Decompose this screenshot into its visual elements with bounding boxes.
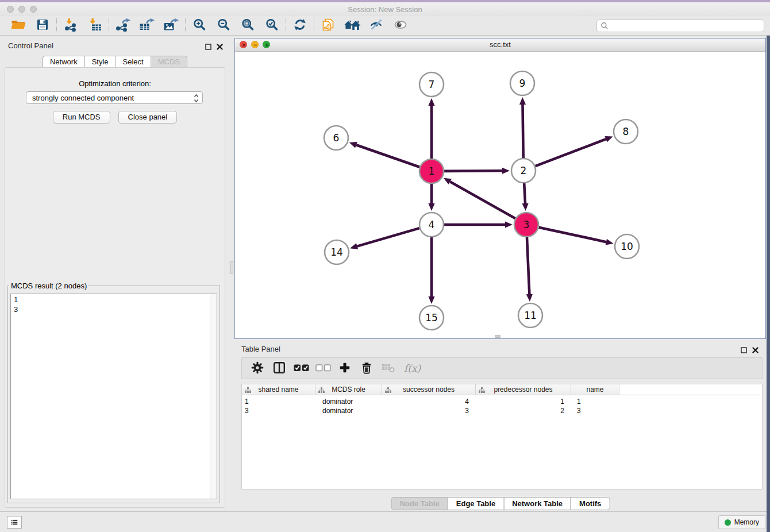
graph-edge-3-10[interactable] [538, 228, 613, 245]
graph-edge-1-4[interactable] [428, 184, 434, 211]
graph-node-9[interactable]: 9 [510, 71, 534, 95]
network-window-titlebar[interactable]: scc.txt [235, 38, 765, 52]
tab-select[interactable]: Select [116, 56, 151, 68]
graph-edge-2-3[interactable] [522, 183, 528, 211]
table-cell[interactable]: 4 [382, 398, 476, 406]
graph-edge-4-15[interactable] [428, 237, 434, 304]
delete-column-icon [361, 361, 372, 376]
table-row[interactable]: 1dominator411 [242, 397, 762, 406]
graph-node-label: 8 [623, 126, 629, 137]
graph-edge-2-8[interactable] [536, 136, 613, 166]
tab-mcds[interactable]: MCDS [151, 56, 187, 68]
memory-button[interactable]: Memory [718, 515, 765, 529]
graph-node-14[interactable]: 14 [325, 240, 349, 264]
graph-edge-3-1[interactable] [444, 178, 515, 218]
table-cell[interactable]: 1 [242, 398, 315, 406]
select-all-button[interactable] [290, 360, 312, 377]
graph-node-3[interactable]: 3 [514, 213, 538, 237]
graph-node-label: 4 [429, 219, 435, 230]
graph-edge-4-3[interactable] [444, 221, 513, 228]
open-session-button[interactable] [9, 18, 28, 34]
table-cell[interactable]: 1 [571, 398, 619, 406]
tab-node-table[interactable]: Node Table [391, 497, 448, 510]
task-history-button[interactable] [7, 516, 22, 529]
graph-node-4[interactable]: 4 [419, 213, 444, 237]
table-cell[interactable]: 2 [476, 407, 571, 415]
table-cell[interactable]: 1 [476, 398, 571, 406]
table-cell[interactable]: dominator [315, 407, 382, 415]
graph-edge-1-7[interactable] [428, 98, 434, 159]
graph-edge-1-2[interactable] [444, 168, 510, 174]
mcds-result-text[interactable]: 1 3 [10, 294, 217, 499]
zoom-out-button[interactable] [214, 18, 233, 34]
network-canvas[interactable]: 1234678910111415 [235, 51, 765, 338]
column-type-icon [385, 387, 391, 393]
tab-motifs[interactable]: Motifs [571, 497, 610, 510]
run-mcds-button[interactable]: Run MCDS [53, 111, 110, 124]
home-layout-button[interactable] [342, 18, 362, 34]
column-header-MCDS-role[interactable]: MCDS role [315, 384, 382, 395]
table-cell[interactable]: 3 [382, 407, 476, 415]
graph-node-2[interactable]: 2 [511, 159, 536, 183]
table-panel: Table Panel f(x) shared nameMCDS rolesuc… [234, 342, 767, 511]
splitter-grip[interactable] [230, 261, 233, 274]
copy-network-button[interactable] [318, 18, 338, 34]
close-table-panel-icon[interactable] [752, 345, 759, 356]
graph-node-15[interactable]: 15 [419, 306, 444, 330]
table-cell[interactable]: dominator [315, 398, 382, 406]
table-body: 1dominator4113dominator323 [242, 395, 762, 415]
zoom-fit-button[interactable] [238, 18, 257, 34]
import-network-button[interactable] [61, 18, 80, 34]
import-table-button[interactable] [85, 18, 105, 34]
graph-edge-2-9[interactable] [519, 97, 526, 158]
delete-column-button[interactable] [356, 360, 378, 377]
column-header-successor-nodes[interactable]: successor nodes [382, 384, 476, 395]
zoom-in-button[interactable] [190, 18, 209, 34]
float-table-panel-icon[interactable] [741, 345, 747, 356]
tab-style[interactable]: Style [84, 56, 116, 68]
table-cell[interactable]: 3 [242, 407, 315, 415]
tab-network-table[interactable]: Network Table [503, 497, 571, 510]
save-session-button[interactable] [33, 18, 52, 34]
close-panel-icon[interactable] [217, 42, 223, 52]
column-header-predecessor-nodes[interactable]: predecessor nodes [476, 384, 571, 395]
graph-edge-3-11[interactable] [526, 237, 533, 302]
graph-node-7[interactable]: 7 [419, 72, 444, 97]
tab-network[interactable]: Network [43, 56, 85, 68]
show-all-button[interactable] [391, 18, 410, 34]
table-cell[interactable]: 3 [571, 407, 619, 415]
function-builder-button[interactable]: f(x) [404, 363, 421, 374]
table-panel-title: Table Panel [241, 345, 280, 353]
split-view-button[interactable] [268, 360, 290, 377]
graph-node-10[interactable]: 10 [615, 234, 639, 259]
panel-splitter[interactable] [230, 36, 234, 511]
delete-table-button[interactable] [378, 360, 399, 377]
refresh-layout-button[interactable] [290, 18, 310, 34]
export-network-button[interactable] [113, 18, 133, 34]
criterion-select[interactable]: strongly connected component [26, 91, 203, 104]
search-input[interactable] [596, 20, 764, 32]
search-field-wrap [596, 20, 764, 32]
close-panel-button[interactable]: Close panel [118, 111, 178, 124]
network-window-title: scc.txt [235, 40, 765, 49]
column-header-name[interactable]: name [571, 384, 619, 395]
settings-button[interactable] [247, 360, 268, 377]
hide-selected-button[interactable] [367, 18, 386, 34]
add-column-button[interactable] [334, 360, 356, 377]
float-panel-icon[interactable] [205, 42, 211, 52]
result-scrollbar[interactable] [210, 294, 217, 499]
deselect-all-button[interactable] [312, 360, 334, 377]
zoom-selected-button[interactable] [262, 18, 282, 34]
export-table-button[interactable] [137, 18, 157, 34]
network-scroll-grip[interactable] [495, 335, 500, 338]
tab-edge-table[interactable]: Edge Table [448, 497, 504, 510]
table-row[interactable]: 3dominator323 [242, 406, 762, 415]
graph-node-8[interactable]: 8 [614, 119, 638, 144]
graph-edge-1-6[interactable] [349, 142, 420, 167]
graph-node-6[interactable]: 6 [324, 126, 348, 150]
column-header-shared-name[interactable]: shared name [242, 384, 315, 395]
export-image-button[interactable] [161, 18, 181, 34]
graph-node-1[interactable]: 1 [419, 159, 444, 183]
graph-node-11[interactable]: 11 [518, 303, 542, 327]
graph-edge-4-14[interactable] [350, 228, 419, 249]
